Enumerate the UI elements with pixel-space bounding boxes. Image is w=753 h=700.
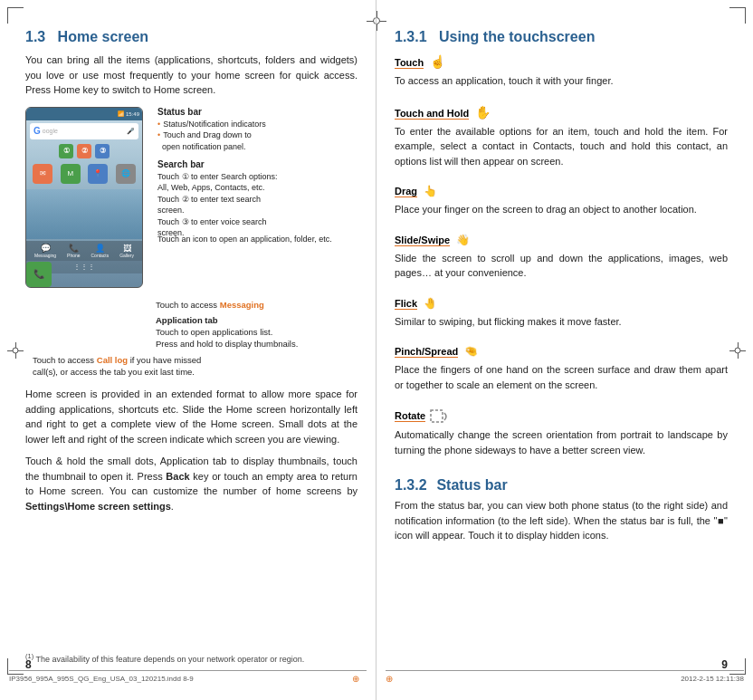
pinch-icon: 🤏 — [464, 345, 478, 358]
flick-section: Flick 🤚 Similar to swiping, but flicking… — [395, 297, 728, 337]
callout-search-items: Touch ① to enter Search options: All, We… — [157, 171, 357, 240]
flick-body: Similar to swiping, but flicking makes i… — [395, 314, 728, 330]
rotate-title: Rotate — [395, 410, 425, 422]
google-text: oogle — [43, 128, 58, 134]
rotate-title-row: Rotate — [395, 408, 728, 425]
drag-hand-icon: 👆 — [424, 185, 437, 197]
pinch-spread-section: Pinch/Spread 🤏 Place the fingers of one … — [395, 345, 728, 399]
rotate-body: Automatically change the screen orientat… — [395, 427, 728, 457]
google-logo: G — [33, 126, 41, 136]
touch-hand-icon: ☝ — [430, 54, 445, 69]
drag-title-row: Drag 👆 — [395, 185, 728, 199]
callout-open-app: Touch an icon to open an application, fo… — [157, 234, 357, 245]
market-app-icon: M — [61, 164, 81, 184]
right-page: 1.3.1 Using the touchscreen Touch ☝ To a… — [376, 0, 753, 700]
callout-status-title: Status bar — [157, 107, 357, 117]
drag-title: Drag — [395, 186, 417, 197]
touch-hold-title: Touch and Hold — [395, 108, 469, 120]
phone-app-icons: ✉ M 📍 🌐 — [26, 160, 142, 187]
contacts-dock-icon: 👤 Contacts — [91, 244, 110, 258]
slide-swipe-title: Slide/Swipe — [395, 235, 450, 246]
search-icons-row: ① ② ③ — [26, 142, 142, 160]
section-intro: You can bring all the items (application… — [25, 53, 357, 98]
phone-wallpaper — [26, 189, 142, 239]
footer-right: ⊕ 2012-2-15 12:11:38 — [386, 670, 744, 684]
status-bar-body: From the status bar, you can view both p… — [395, 498, 728, 543]
search-icon-3: ③ — [95, 144, 110, 158]
callout-status-items: •Status/Notification indicators •Touch a… — [157, 119, 357, 153]
footnote: (1) The availability of this feature dep… — [25, 647, 357, 664]
flick-title-row: Flick 🤚 — [395, 297, 728, 312]
phone-callout-area: 📶 15:49 G oogle 🎤 ① ② ③ — [25, 107, 357, 288]
phone-dock-icon: 📞 Phone — [67, 244, 80, 258]
callout-search-bar: Search bar Touch ① to enter Search optio… — [157, 159, 357, 240]
touch-hold-title-row: Touch and Hold ✋ — [395, 105, 728, 121]
back-key-bold: Back — [166, 471, 189, 482]
touch-title-row: Touch ☝ — [395, 54, 728, 71]
touch-title: Touch — [395, 57, 424, 69]
email-app-icon: ✉ — [33, 164, 52, 184]
touch-hold-hand-icon: ✋ — [475, 105, 491, 120]
callout-open-app-text: Touch an icon to open an application, fo… — [157, 234, 357, 245]
phone-status-bar-display: 📶 15:49 — [26, 108, 142, 120]
section-heading-right: 1.3.1 Using the touchscreen — [395, 29, 595, 44]
touch-section: Touch ☝ To access an application, touch … — [395, 54, 728, 96]
phone-screenshot: 📶 15:49 G oogle 🎤 ① ② ③ — [25, 107, 143, 288]
phone-screenshot-wrapper: 📶 15:49 G oogle 🎤 ① ② ③ — [25, 107, 152, 288]
footer-left-text: IP3956_995A_995S_QG_Eng_USA_03_120215.in… — [9, 675, 345, 683]
mic-icon: 🎤 — [127, 128, 135, 135]
app-tray-icon: ⋮⋮⋮ — [73, 263, 95, 271]
bullet2: • — [157, 130, 160, 139]
callout-calllog-row: Touch to access Call log if you have mis… — [33, 354, 357, 379]
slide-swipe-title-row: Slide/Swipe 👋 — [395, 234, 728, 248]
footer-crosshair: ⊕ — [352, 674, 359, 684]
touch-hold-body: To enter the available options for an it… — [395, 124, 728, 169]
slide-hand-icon: 👋 — [456, 234, 470, 246]
drag-body: Place your finger on the screen to drag … — [395, 202, 728, 217]
search-icon-2: ② — [77, 144, 91, 158]
footnote-text: The availability of this feature depends… — [36, 655, 305, 664]
page-number-left: 8 — [25, 658, 32, 671]
status-bar-section-heading: 1.3.2 Status bar — [395, 479, 508, 493]
callout-status-bar: Status bar •Status/Notification indicato… — [157, 107, 357, 153]
footer-right-text: 2012-2-15 12:11:38 — [681, 675, 744, 683]
call-log-icon: 📞 — [26, 262, 52, 287]
callout-apptab-title: Application tab — [156, 314, 298, 326]
page-container: 1.3 Home screen You can bring all the it… — [0, 0, 753, 700]
pinch-spread-title: Pinch/Spread — [395, 346, 458, 358]
pinch-spread-title-row: Pinch/Spread 🤏 — [395, 345, 728, 360]
browser-app-icon: 🌐 — [116, 164, 136, 184]
body-paragraph-2: Touch & hold the small dots, Application… — [25, 454, 357, 513]
messaging-orange: Messaging — [220, 300, 264, 310]
touch-hold-section: Touch and Hold ✋ To enter the available … — [395, 105, 728, 177]
right-section-header: 1.3.1 Using the touchscreen — [395, 29, 728, 45]
gallery-dock-icon: 🖼 Gallery — [119, 244, 134, 258]
status-bar-section: 1.3.2 Status bar From the status bar, yo… — [395, 477, 728, 551]
messaging-dock-icon: 💬 Messaging — [34, 244, 56, 258]
slide-swipe-body: Slide the screen to scroll up and down t… — [395, 251, 728, 281]
callout-search-title: Search bar — [157, 159, 357, 169]
drag-section: Drag 👆 Place your finger on the screen t… — [395, 185, 728, 225]
touch-body: To access an application, touch it with … — [395, 73, 728, 89]
svg-rect-0 — [431, 410, 443, 422]
body-paragraph-1: Home screen is provided in an extended f… — [25, 387, 357, 446]
flick-hand-icon: 🤚 — [424, 297, 437, 310]
maps-app-icon: 📍 — [88, 164, 108, 184]
phone-search-bar-display: G oogle 🎤 — [30, 123, 138, 139]
settings-path-bold: Settings\Home screen settings — [25, 501, 171, 512]
callout-labels: Status bar •Status/Notification indicato… — [157, 107, 357, 288]
phone-dock: 💬 Messaging 📞 Phone 👤 Contacts 🖼 — [26, 241, 142, 261]
callout-apptab-row: Application tab Touch to open applicatio… — [25, 314, 357, 350]
footer-crosshair-right: ⊕ — [386, 674, 393, 684]
rotate-section: Rotate Automatically change the screen o… — [395, 408, 728, 465]
calllog-orange: Call log — [97, 355, 128, 365]
search-icon-1: ① — [59, 144, 73, 158]
pinch-spread-body: Place the fingers of one hand on the scr… — [395, 362, 728, 392]
flick-title: Flick — [395, 298, 417, 310]
page-number-right: 9 — [721, 658, 728, 671]
left-page: 1.3 Home screen You can bring all the it… — [0, 0, 376, 700]
rotate-icon — [429, 408, 449, 425]
footer-left: IP3956_995A_995S_QG_Eng_USA_03_120215.in… — [9, 670, 367, 684]
slide-swipe-section: Slide/Swipe 👋 Slide the screen to scroll… — [395, 234, 728, 288]
callout-apptab-text: Application tab Touch to open applicatio… — [156, 314, 298, 350]
